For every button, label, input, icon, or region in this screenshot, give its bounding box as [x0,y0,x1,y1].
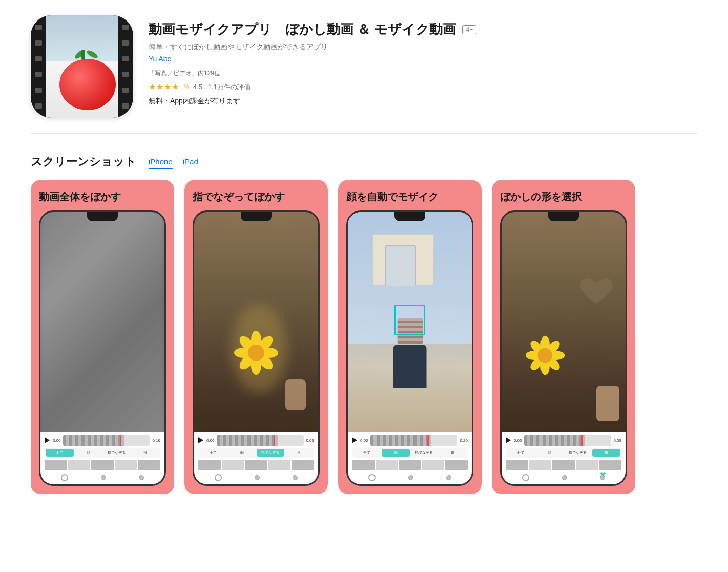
time-start: 0:00 [360,438,368,443]
scrubber-row [198,472,314,482]
rating-label: , [204,83,208,91]
thumbnail [576,460,598,470]
screenshot-card-3: 顔を自動でモザイク [338,180,482,494]
timeline-bar[interactable] [217,435,304,446]
thumbnail [529,460,552,470]
scrubber-dot [101,475,106,480]
timeline-indicator [427,435,429,446]
rating-total: 1.1万件の評価 [208,83,251,91]
scrubber-dot [139,475,144,480]
thumbnail [222,460,244,470]
tab-face[interactable]: 顔 [228,449,256,457]
phone-screen-4 [502,212,626,432]
thumbnail [245,460,267,470]
tab-trace[interactable]: 指でなぞる [257,449,285,457]
timeline-indicator [581,435,583,446]
screen3-bg [348,212,472,432]
phone-notch [241,212,272,221]
scrubber-dot [446,475,451,480]
app-info: 動画モザイクアプリ ぼかし動画 ＆ モザイク動画 4+ 簡単・すぐにぼかし動画や… [149,15,697,118]
heart-blur-svg [580,278,613,309]
thumbnails-row [506,460,621,470]
time-end: 0:16 [152,438,160,443]
phone-screen-1 [40,212,164,432]
tab-all[interactable]: 全て [353,449,381,457]
time-start: 0:00 [53,438,61,443]
film-hole [122,72,129,77]
timeline-indicator [120,435,121,446]
phone-screen-2 [194,212,318,432]
thumbnail [198,460,221,470]
tab-ipad[interactable]: iPad [183,155,198,169]
thumbnail [115,460,137,470]
film-hole [35,72,42,77]
tab-all[interactable]: 全て [507,449,535,457]
tab-trace[interactable]: 指でなぞる [564,449,592,457]
timeline-row: 0:00 0:16 [45,435,160,446]
timeline-bar[interactable] [524,435,612,446]
timeline-bar[interactable] [370,435,458,446]
scrubber-dot [600,475,605,480]
thumbnail [68,460,91,470]
tab-shape[interactable]: 形 [131,449,159,457]
scrubber-row [45,472,160,482]
film-hole [122,56,129,61]
scrubber-handle[interactable] [522,474,529,481]
flower-svg [233,330,279,376]
timeline-thumb [217,435,278,446]
phone-frame-4: 0:00 0:09 全て 顔 指でなぞる 形 [500,210,627,486]
timeline-thumb [63,435,124,446]
film-hole [35,25,42,30]
film-hole [35,40,42,46]
thumbnails-row [352,460,468,470]
play-button[interactable] [198,437,204,443]
time-end: 0:20 [460,438,468,443]
thumbnails-row [45,460,160,470]
tab-trace[interactable]: 指でなぞる [103,449,131,457]
tab-trace[interactable]: 指でなぞる [410,449,439,457]
scrubber-row [506,472,621,482]
thumbnail [422,460,445,470]
thumbnail [292,460,314,470]
film-hole [35,103,42,109]
scrubber-handle[interactable] [61,474,68,481]
developer-link[interactable]: Yu Abe [149,55,697,63]
thumbnail [138,460,160,470]
play-button[interactable] [352,437,358,443]
tab-shape[interactable]: 形 [285,449,313,457]
phone-bottom-ui-3: 0:00 0:20 全て 顔 指でなぞる 形 [348,432,472,484]
tab-iphone[interactable]: iPhone [149,155,173,169]
tab-all[interactable]: 全て [199,449,227,457]
app-title-row: 動画モザイクアプリ ぼかし動画 ＆ モザイク動画 4+ [149,20,697,38]
tab-shape[interactable]: 形 [439,449,467,457]
app-icon [31,15,133,118]
scrubber-handle[interactable] [368,474,376,481]
tab-face[interactable]: 顔 [535,449,564,457]
play-button[interactable] [506,437,512,443]
thumbnail [552,460,575,470]
tab-all[interactable]: 全て [46,449,74,457]
tab-face[interactable]: 顔 [382,449,410,457]
play-button[interactable] [45,437,51,443]
person-body [393,345,427,388]
scrubber-dot [562,475,567,480]
phone-screen-3 [348,212,472,432]
film-hole [35,56,42,61]
tab-shape[interactable]: 形 [592,449,620,457]
timeline-bar[interactable] [63,435,151,446]
thumbnail [376,460,398,470]
rating-count: 4.5 , 1.1万件の評価 [193,82,251,92]
card-title-4: ぼかしの形を選択 [500,190,627,203]
phone-notch [87,212,118,221]
film-hole [122,88,129,93]
tab-face[interactable]: 顔 [74,449,102,457]
time-start: 0:00 [206,438,215,443]
app-header: 動画モザイクアプリ ぼかし動画 ＆ モザイク動画 4+ 簡単・すぐにぼかし動画や… [31,15,697,134]
tomato-icon [59,59,116,110]
selection-box [394,305,425,335]
tabs-row: 全て 顔 指でなぞる 形 [352,448,468,458]
scrubber-handle[interactable] [215,474,222,481]
thumbnail [45,460,67,470]
thumbnail [506,460,528,470]
scrubber-row [352,472,468,482]
